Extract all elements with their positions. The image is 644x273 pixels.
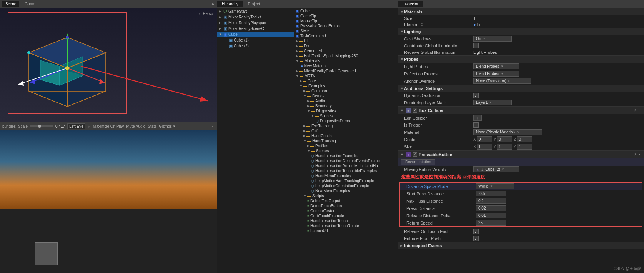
pt-gltf[interactable]: ▶▬Gltf (294, 128, 398, 133)
hierarchy-tab[interactable]: Hierarchy (217, 1, 243, 7)
pt-gesture[interactable]: #GestureTester (294, 208, 398, 213)
pb-checkbox[interactable]: ✓ (413, 152, 417, 157)
contribute-gi-checkbox[interactable] (473, 43, 479, 48)
pt-handinteractionrot[interactable]: #HandInteractionTouchRotate (294, 223, 398, 228)
center-z-input[interactable]: 0 (517, 136, 532, 142)
pt-style[interactable]: ▣Style (294, 28, 398, 33)
mute-audio-btn[interactable]: Mute Audio (126, 124, 145, 128)
pb-more-icon[interactable]: ⋮ (637, 152, 642, 157)
pt-common[interactable]: ▶▬Common (294, 88, 398, 93)
pt-pressableround[interactable]: ▣PressableRoundButton (294, 23, 398, 28)
pt-debugtext[interactable]: #DebugTextOutput (294, 198, 398, 203)
game-tab[interactable]: Game (22, 1, 38, 7)
pt-mousetip[interactable]: ▣MouseTip (294, 18, 398, 23)
rendering-layer-value[interactable]: Layer1 ▼ (473, 100, 512, 105)
release-distance-input[interactable]: 0.01 (476, 213, 506, 218)
maximize-on-play-btn[interactable]: Maximize On Play (93, 124, 124, 128)
box-collider-header[interactable]: ▼ ■ ✓ Box Collider ? ⋮ (398, 107, 644, 114)
hierarchy-item-cube[interactable]: ▼ ▣ Cube (217, 32, 294, 37)
light-probes-value[interactable]: Blend Probes ▼ (473, 63, 519, 69)
documentation-btn[interactable]: Documentation (401, 159, 435, 165)
hierarchy-item-cube1[interactable]: ▣ Cube (1) (217, 37, 294, 43)
pt-handmenu[interactable]: ⬡HandMenuExamples (294, 173, 398, 178)
probes-header[interactable]: ▼ Probes (398, 56, 644, 63)
hierarchy-item-gamestart[interactable]: ▶ ⬡ GameStart (217, 8, 294, 14)
hierarchy-item-mrsc[interactable]: ▶ ▣ MixedRealitySceneC (217, 26, 294, 32)
pt-gametip[interactable]: ▣GameTip (294, 13, 398, 18)
edit-collider-btn[interactable]: ⊹ (473, 115, 482, 121)
collider-material-value[interactable]: None (Physic Material) ⊙ (473, 129, 542, 135)
pt-diag-scenes[interactable]: ▼▬Scenes (294, 113, 398, 118)
cast-shadows-value[interactable]: On ▼ (473, 36, 512, 42)
moving-button-value[interactable]: ☼ ☼ Cube (2) ⊙ (473, 166, 519, 172)
pt-hitouchable[interactable]: ⬡HandInteractionTouchableExamples (294, 168, 398, 173)
pt-diagdemo[interactable]: ⬡DiagnosticsDemo (294, 118, 398, 123)
pt-taskcommand[interactable]: ▣TaskCommand (294, 33, 398, 38)
scale-slider-container[interactable] (30, 125, 53, 127)
close-scene-icon[interactable]: ✕ (211, 2, 215, 7)
is-trigger-checkbox[interactable] (473, 122, 479, 128)
pt-ui[interactable]: ▶▬UI (294, 38, 398, 43)
materials-header[interactable]: ▼ Materials (398, 8, 644, 15)
gizmos-btn[interactable]: Gizmos ▼ (159, 124, 176, 128)
pt-mrtk[interactable]: ▼▬MRTK (294, 73, 398, 78)
pt-new-material[interactable]: ●New Material (294, 63, 398, 68)
pt-ht-scenes[interactable]: ▼▬Scenes (294, 148, 398, 153)
scene-3d-view[interactable]: ← Persp (0, 8, 217, 122)
pt-materials-folder[interactable]: ▼▬Materials (294, 58, 398, 63)
pt-audio[interactable]: ▶▬Audio (294, 98, 398, 103)
center-x-input[interactable]: 0 (477, 136, 492, 142)
pt-diagnostics[interactable]: ▼▬Diagnostics (294, 108, 398, 113)
more-btn[interactable]: ⋮ (211, 124, 215, 128)
pt-grabtouch[interactable]: #GrabTouchExample (294, 213, 398, 218)
pt-launchuri[interactable]: #LaunchUri (294, 228, 398, 233)
intercepted-events-header[interactable]: ▶ Intercepted Events (398, 242, 644, 249)
pt-hiexamples[interactable]: ⬡HandInteractionExamples (294, 153, 398, 158)
pb-help-icon[interactable]: ? (634, 152, 636, 157)
center-y-input[interactable]: 0 (497, 136, 512, 142)
pt-holotoolkit[interactable]: ▶▬HoloToolkit-SpatialMapping-230 (294, 53, 398, 58)
pt-mrtk-generated[interactable]: ▶▬MixedRealityToolkit.Generated (294, 68, 398, 73)
pt-demos[interactable]: ▼▬Demos (294, 93, 398, 98)
pt-font[interactable]: ▶▬Font (294, 43, 398, 48)
box-collider-help-icon[interactable]: ? (634, 108, 636, 113)
lighting-header[interactable]: ▼ Lighting (398, 28, 644, 35)
pt-profiles[interactable]: ▶▬Profiles (294, 143, 398, 148)
pt-eyetracking[interactable]: ▶▬EyeTracking (294, 123, 398, 128)
size-x-input[interactable]: 1 (477, 144, 492, 150)
pt-boundary[interactable]: ▶▬Boundary (294, 103, 398, 108)
reflection-probes-value[interactable]: Blend Probes ▼ (473, 71, 519, 77)
box-collider-checkbox[interactable]: ✓ (413, 108, 417, 113)
anchor-override-value[interactable]: None (Transform) ⊙ (473, 78, 531, 84)
pt-hirecord[interactable]: ⬡HandInteractionRecordArticulatedHa (294, 163, 398, 168)
additional-settings-header[interactable]: ▼ Additional Settings (398, 85, 644, 92)
eye-selector[interactable]: Left Eye (67, 123, 85, 129)
pt-higesture[interactable]: ⬡HandInteractionGestureEventsExamp (294, 158, 398, 163)
return-speed-input[interactable]: 25 (476, 220, 506, 226)
pt-demotouch[interactable]: #DemoTouchButton (294, 203, 398, 208)
max-push-input[interactable]: 0.2 (476, 198, 506, 204)
start-push-input[interactable]: -0.5 (476, 191, 506, 196)
pt-cube[interactable]: ▣Cube (294, 8, 398, 13)
pt-leapmotion[interactable]: ⬡LeapMotionHandTrackingExample (294, 178, 398, 183)
box-collider-more-icon[interactable]: ⋮ (637, 108, 642, 113)
dynamic-occlusion-checkbox[interactable]: ✓ (473, 93, 479, 98)
pt-generated[interactable]: ▶▬Generated (294, 48, 398, 53)
hierarchy-item-mrt[interactable]: ▶ ▣ MixedRealityToolkit (217, 14, 294, 20)
press-distance-input[interactable]: 0.02 (476, 205, 506, 211)
size-y-input[interactable]: 1 (497, 144, 512, 150)
pt-scripts[interactable]: ▼▬Scripts (294, 193, 398, 198)
pt-core[interactable]: ▶▬Core (294, 78, 398, 83)
pressable-button-header[interactable]: ▼ # ✓ PressableButton ? ⋮ (398, 151, 644, 158)
hierarchy-item-mrps[interactable]: ▶ ▣ MixedRealityPlayspac (217, 20, 294, 26)
pt-handtracking[interactable]: ▼▬HandTracking (294, 138, 398, 143)
project-tab[interactable]: Project (243, 1, 265, 7)
inspector-tab[interactable]: Inspector (398, 1, 423, 7)
pt-examples[interactable]: ▼▬Examples (294, 83, 398, 88)
pt-handcoach[interactable]: ▶▬HandCoach (294, 133, 398, 138)
stats-btn[interactable]: Stats (148, 124, 156, 128)
distance-space-value[interactable]: World ▼ (476, 183, 514, 189)
scene-tab[interactable]: Scene (2, 1, 19, 7)
hierarchy-item-cube2[interactable]: ▣ Cube (2) (217, 43, 294, 49)
pt-nearmenu[interactable]: ⬡NearMenuExamples (294, 188, 398, 193)
